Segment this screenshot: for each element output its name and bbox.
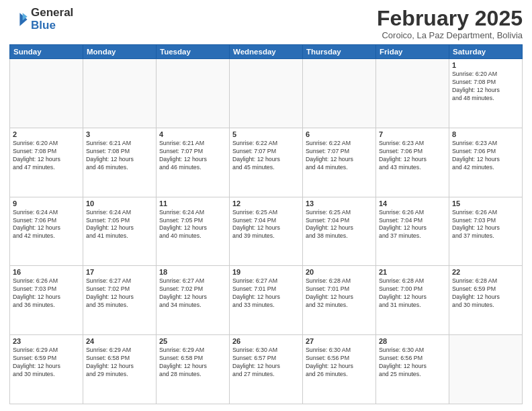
calendar-day-cell: 12Sunrise: 6:25 AM Sunset: 7:04 PM Dayli… bbox=[230, 197, 303, 266]
day-info: Sunrise: 6:22 AM Sunset: 7:07 PM Dayligh… bbox=[306, 140, 373, 172]
day-info: Sunrise: 6:27 AM Sunset: 7:02 PM Dayligh… bbox=[159, 277, 226, 310]
day-info: Sunrise: 6:27 AM Sunset: 7:01 PM Dayligh… bbox=[232, 277, 300, 310]
calendar-day-cell: 22Sunrise: 6:28 AM Sunset: 6:59 PM Dayli… bbox=[449, 266, 523, 335]
calendar-day-cell bbox=[303, 59, 376, 128]
calendar-day-cell: 24Sunrise: 6:29 AM Sunset: 6:58 PM Dayli… bbox=[83, 335, 157, 404]
calendar-day-cell: 26Sunrise: 6:30 AM Sunset: 6:57 PM Dayli… bbox=[230, 335, 303, 404]
day-info: Sunrise: 6:26 AM Sunset: 7:03 PM Dayligh… bbox=[13, 277, 80, 310]
day-number: 11 bbox=[159, 199, 226, 208]
day-number: 25 bbox=[159, 337, 226, 345]
calendar-day-cell bbox=[10, 59, 83, 128]
day-number: 28 bbox=[379, 337, 446, 345]
day-info: Sunrise: 6:29 AM Sunset: 6:58 PM Dayligh… bbox=[86, 347, 153, 379]
day-number: 3 bbox=[86, 130, 153, 138]
calendar-day-cell: 5Sunrise: 6:22 AM Sunset: 7:07 PM Daylig… bbox=[230, 128, 303, 197]
day-info: Sunrise: 6:23 AM Sunset: 7:06 PM Dayligh… bbox=[379, 140, 446, 172]
calendar-day-cell: 13Sunrise: 6:25 AM Sunset: 7:04 PM Dayli… bbox=[303, 197, 376, 266]
day-info: Sunrise: 6:28 AM Sunset: 6:59 PM Dayligh… bbox=[452, 277, 519, 310]
day-number: 4 bbox=[159, 130, 226, 138]
calendar-weekday-thursday: Thursday bbox=[303, 45, 376, 59]
page: General Blue February 2025 Coroico, La P… bbox=[0, 0, 532, 411]
calendar-table: SundayMondayTuesdayWednesdayThursdayFrid… bbox=[9, 44, 523, 404]
day-number: 8 bbox=[452, 130, 519, 138]
day-number: 26 bbox=[232, 337, 300, 345]
day-number: 13 bbox=[306, 199, 373, 208]
day-number: 21 bbox=[379, 268, 446, 276]
header: General Blue February 2025 Coroico, La P… bbox=[9, 7, 523, 40]
day-number: 17 bbox=[86, 268, 153, 276]
day-info: Sunrise: 6:21 AM Sunset: 7:07 PM Dayligh… bbox=[159, 140, 226, 172]
calendar-day-cell: 20Sunrise: 6:28 AM Sunset: 7:01 PM Dayli… bbox=[303, 266, 376, 335]
calendar-day-cell: 23Sunrise: 6:29 AM Sunset: 6:59 PM Dayli… bbox=[10, 335, 83, 404]
day-info: Sunrise: 6:23 AM Sunset: 7:06 PM Dayligh… bbox=[452, 140, 519, 172]
calendar-weekday-saturday: Saturday bbox=[449, 45, 523, 59]
day-number: 18 bbox=[159, 268, 226, 276]
day-number: 24 bbox=[86, 337, 153, 345]
calendar-day-cell: 9Sunrise: 6:24 AM Sunset: 7:06 PM Daylig… bbox=[10, 197, 83, 266]
calendar-day-cell: 28Sunrise: 6:30 AM Sunset: 6:56 PM Dayli… bbox=[376, 335, 449, 404]
calendar-week-row: 2Sunrise: 6:20 AM Sunset: 7:08 PM Daylig… bbox=[10, 128, 523, 197]
calendar-week-row: 16Sunrise: 6:26 AM Sunset: 7:03 PM Dayli… bbox=[10, 266, 523, 335]
calendar-week-row: 1Sunrise: 6:20 AM Sunset: 7:08 PM Daylig… bbox=[10, 59, 523, 128]
calendar-day-cell bbox=[230, 59, 303, 128]
day-info: Sunrise: 6:29 AM Sunset: 6:59 PM Dayligh… bbox=[13, 347, 80, 379]
day-number: 5 bbox=[232, 130, 300, 138]
day-info: Sunrise: 6:30 AM Sunset: 6:56 PM Dayligh… bbox=[379, 347, 446, 379]
day-number: 7 bbox=[379, 130, 446, 138]
calendar-day-cell: 27Sunrise: 6:30 AM Sunset: 6:56 PM Dayli… bbox=[303, 335, 376, 404]
day-info: Sunrise: 6:20 AM Sunset: 7:08 PM Dayligh… bbox=[452, 71, 519, 103]
day-info: Sunrise: 6:26 AM Sunset: 7:03 PM Dayligh… bbox=[452, 209, 519, 241]
day-info: Sunrise: 6:30 AM Sunset: 6:56 PM Dayligh… bbox=[306, 347, 373, 379]
day-number: 10 bbox=[86, 199, 153, 208]
calendar-day-cell: 18Sunrise: 6:27 AM Sunset: 7:02 PM Dayli… bbox=[157, 266, 230, 335]
calendar-week-row: 23Sunrise: 6:29 AM Sunset: 6:59 PM Dayli… bbox=[10, 335, 523, 404]
location: Coroico, La Paz Department, Bolivia bbox=[377, 30, 523, 40]
day-number: 27 bbox=[306, 337, 373, 345]
calendar-weekday-wednesday: Wednesday bbox=[230, 45, 303, 59]
day-info: Sunrise: 6:24 AM Sunset: 7:05 PM Dayligh… bbox=[86, 209, 153, 241]
calendar-weekday-tuesday: Tuesday bbox=[157, 45, 230, 59]
day-number: 20 bbox=[306, 268, 373, 276]
day-info: Sunrise: 6:28 AM Sunset: 7:01 PM Dayligh… bbox=[306, 277, 373, 310]
calendar-day-cell: 15Sunrise: 6:26 AM Sunset: 7:03 PM Dayli… bbox=[449, 197, 523, 266]
day-info: Sunrise: 6:24 AM Sunset: 7:05 PM Dayligh… bbox=[159, 209, 226, 241]
calendar-day-cell: 16Sunrise: 6:26 AM Sunset: 7:03 PM Dayli… bbox=[10, 266, 83, 335]
calendar-day-cell bbox=[449, 335, 523, 404]
calendar-day-cell: 3Sunrise: 6:21 AM Sunset: 7:08 PM Daylig… bbox=[83, 128, 157, 197]
day-info: Sunrise: 6:29 AM Sunset: 6:58 PM Dayligh… bbox=[159, 347, 226, 379]
calendar-day-cell: 10Sunrise: 6:24 AM Sunset: 7:05 PM Dayli… bbox=[83, 197, 157, 266]
month-title: February 2025 bbox=[377, 7, 523, 30]
day-number: 2 bbox=[13, 130, 80, 138]
day-info: Sunrise: 6:20 AM Sunset: 7:08 PM Dayligh… bbox=[13, 140, 80, 172]
day-number: 15 bbox=[452, 199, 519, 208]
day-info: Sunrise: 6:25 AM Sunset: 7:04 PM Dayligh… bbox=[232, 209, 300, 241]
header-right: February 2025 Coroico, La Paz Department… bbox=[377, 7, 523, 40]
calendar-week-row: 9Sunrise: 6:24 AM Sunset: 7:06 PM Daylig… bbox=[10, 197, 523, 266]
day-info: Sunrise: 6:21 AM Sunset: 7:08 PM Dayligh… bbox=[86, 140, 153, 172]
calendar-weekday-friday: Friday bbox=[376, 45, 449, 59]
day-info: Sunrise: 6:24 AM Sunset: 7:06 PM Dayligh… bbox=[13, 209, 80, 241]
calendar-day-cell: 11Sunrise: 6:24 AM Sunset: 7:05 PM Dayli… bbox=[157, 197, 230, 266]
calendar-weekday-sunday: Sunday bbox=[10, 45, 83, 59]
day-number: 9 bbox=[13, 199, 80, 208]
day-number: 14 bbox=[379, 199, 446, 208]
calendar-day-cell bbox=[157, 59, 230, 128]
calendar-day-cell: 14Sunrise: 6:26 AM Sunset: 7:04 PM Dayli… bbox=[376, 197, 449, 266]
logo-text: General Blue bbox=[31, 7, 73, 32]
day-info: Sunrise: 6:27 AM Sunset: 7:02 PM Dayligh… bbox=[86, 277, 153, 310]
calendar-day-cell: 7Sunrise: 6:23 AM Sunset: 7:06 PM Daylig… bbox=[376, 128, 449, 197]
logo-blue-text: Blue bbox=[31, 19, 73, 32]
day-number: 22 bbox=[452, 268, 519, 276]
calendar-day-cell: 1Sunrise: 6:20 AM Sunset: 7:08 PM Daylig… bbox=[449, 59, 523, 128]
logo: General Blue bbox=[9, 7, 73, 32]
day-number: 16 bbox=[13, 268, 80, 276]
logo-icon bbox=[9, 10, 28, 29]
calendar-day-cell: 2Sunrise: 6:20 AM Sunset: 7:08 PM Daylig… bbox=[10, 128, 83, 197]
calendar-header-row: SundayMondayTuesdayWednesdayThursdayFrid… bbox=[10, 45, 523, 59]
day-info: Sunrise: 6:22 AM Sunset: 7:07 PM Dayligh… bbox=[232, 140, 300, 172]
calendar-day-cell: 17Sunrise: 6:27 AM Sunset: 7:02 PM Dayli… bbox=[83, 266, 157, 335]
calendar-day-cell: 4Sunrise: 6:21 AM Sunset: 7:07 PM Daylig… bbox=[157, 128, 230, 197]
day-info: Sunrise: 6:28 AM Sunset: 7:00 PM Dayligh… bbox=[379, 277, 446, 310]
day-number: 19 bbox=[232, 268, 300, 276]
calendar-day-cell bbox=[376, 59, 449, 128]
